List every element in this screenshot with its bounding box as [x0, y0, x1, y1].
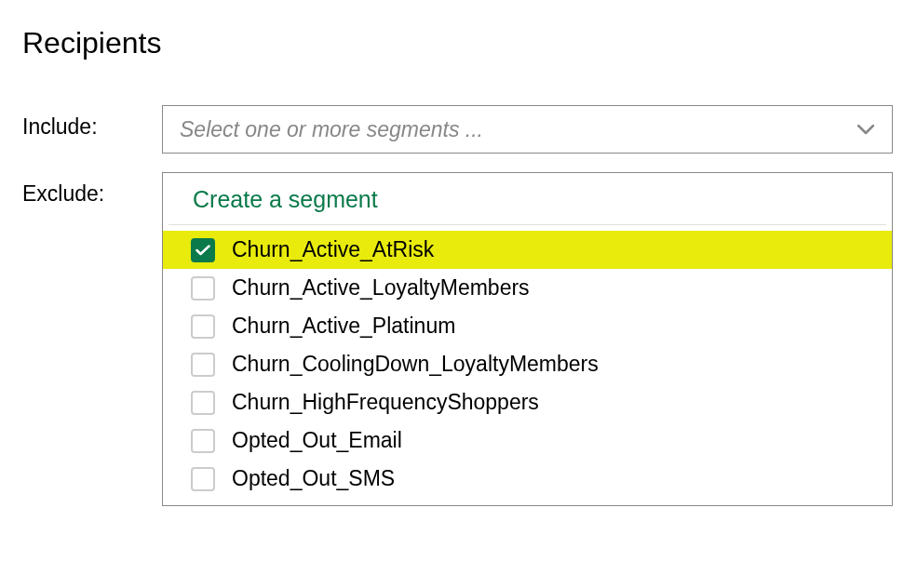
include-select[interactable]: Select one or more segments ... — [162, 105, 893, 154]
page-title: Recipients — [22, 26, 895, 60]
exclude-label: Exclude: — [22, 172, 162, 207]
checkbox[interactable] — [191, 391, 215, 415]
segment-label: Churn_Active_LoyaltyMembers — [232, 275, 530, 301]
checkbox[interactable] — [191, 314, 215, 339]
create-segment-link[interactable]: Create a segment — [169, 182, 886, 225]
segment-label: Churn_Active_Platinum — [232, 314, 455, 339]
segment-list: Churn_Active_AtRiskChurn_Active_LoyaltyM… — [163, 231, 892, 498]
segment-label: Opted_Out_SMS — [232, 466, 395, 491]
include-label: Include: — [22, 105, 162, 140]
checkbox[interactable] — [191, 429, 215, 453]
segment-item[interactable]: Churn_HighFrequencyShoppers — [163, 383, 892, 421]
segment-label: Churn_HighFrequencyShoppers — [232, 390, 539, 415]
checkbox-checked[interactable] — [191, 238, 215, 262]
include-row: Include: Select one or more segments ... — [22, 105, 895, 154]
checkbox[interactable] — [191, 353, 215, 377]
segment-label: Opted_Out_Email — [232, 428, 402, 453]
segment-item[interactable]: Churn_Active_LoyaltyMembers — [163, 269, 892, 307]
exclude-row: Exclude: Create a segment Churn_Active_A… — [22, 172, 895, 506]
exclude-dropdown-panel: Create a segment Churn_Active_AtRiskChur… — [162, 172, 893, 506]
segment-item[interactable]: Churn_Active_Platinum — [163, 307, 892, 345]
segment-label: Churn_Active_AtRisk — [232, 237, 434, 262]
segment-label: Churn_CoolingDown_LoyaltyMembers — [232, 352, 599, 377]
segment-item[interactable]: Opted_Out_Email — [163, 421, 892, 460]
include-placeholder: Select one or more segments ... — [180, 117, 483, 142]
segment-item[interactable]: Churn_CoolingDown_LoyaltyMembers — [163, 345, 892, 383]
checkbox[interactable] — [191, 467, 215, 491]
chevron-down-icon — [856, 124, 875, 135]
segment-item[interactable]: Opted_Out_SMS — [163, 460, 892, 498]
checkbox[interactable] — [191, 276, 215, 301]
segment-item[interactable]: Churn_Active_AtRisk — [163, 231, 892, 269]
